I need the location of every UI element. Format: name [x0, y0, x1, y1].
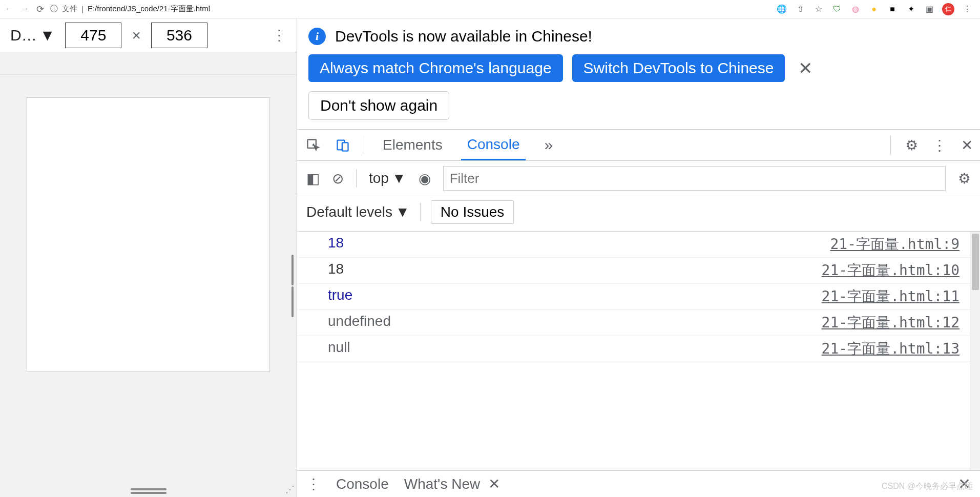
chevron-down-icon: ▼	[40, 27, 55, 44]
square-ext-icon[interactable]: ■	[887, 4, 898, 15]
drawer-tabs: ⋮ Console What's New ✕ ✕	[297, 470, 980, 497]
device-more-icon[interactable]: ⋮	[272, 27, 286, 44]
watermark: CSDN @今晚务必早点睡	[882, 481, 973, 492]
globe-ext-icon[interactable]: ●	[868, 4, 880, 15]
console-toolbar: ◧ ⊘ top ▼ ◉ ⚙	[297, 161, 980, 196]
log-row[interactable]: 1821-字面量.html:9	[297, 232, 980, 258]
log-source-link[interactable]: 21-字面量.html:12	[822, 313, 960, 333]
ruler-strip	[0, 52, 297, 75]
console-log-list: 1821-字面量.html:91821-字面量.html:10true21-字面…	[297, 232, 980, 470]
log-value: 18	[328, 235, 344, 254]
separator	[364, 136, 364, 154]
log-source-link[interactable]: 21-字面量.html:13	[822, 339, 960, 359]
close-icon[interactable]: ✕	[798, 58, 812, 78]
log-row[interactable]: true21-字面量.html:11	[297, 284, 980, 310]
log-source-link[interactable]: 21-字面量.html:10	[822, 261, 960, 280]
infobar-message: DevTools is now available in Chinese!	[335, 28, 592, 45]
browser-toolbar: ← → ⟳ ⓘ 文件 | E:/frontend/JS_code/21-字面量.…	[0, 0, 980, 18]
separator	[890, 136, 891, 154]
info-icon: ⓘ	[50, 4, 58, 14]
back-icon[interactable]: ←	[4, 4, 14, 14]
drawer-tab-console[interactable]: Console	[336, 476, 389, 492]
log-row[interactable]: null21-字面量.html:13	[297, 336, 980, 362]
translate-icon[interactable]: 🌐	[776, 4, 787, 15]
chevron-down-icon: ▼	[392, 170, 406, 187]
console-settings-icon[interactable]: ⚙	[958, 170, 971, 187]
emulated-page[interactable]	[27, 97, 270, 372]
close-devtools-icon[interactable]: ✕	[961, 137, 973, 154]
log-row[interactable]: undefined21-字面量.html:12	[297, 310, 980, 336]
device-pane: D… ▼ × ⋮ ⋰	[0, 18, 297, 497]
bookmark-icon[interactable]: ☆	[813, 4, 824, 15]
device-toggle-icon[interactable]	[334, 136, 351, 154]
scrollbar-thumb[interactable]	[972, 234, 979, 290]
issues-button[interactable]: No Issues	[431, 200, 514, 224]
scrollbar-track[interactable]	[970, 232, 980, 470]
levels-label: Default levels	[306, 204, 392, 220]
context-label: top	[369, 170, 389, 187]
close-tab-icon[interactable]: ✕	[488, 476, 500, 492]
log-value: undefined	[328, 313, 391, 333]
filter-input[interactable]	[443, 166, 946, 191]
separator	[420, 203, 421, 221]
eye-icon[interactable]: ◉	[419, 170, 431, 187]
info-icon: i	[308, 28, 326, 45]
log-value: true	[328, 287, 352, 306]
extensions-row: 🌐 ⇧ ☆ 🛡 ◍ ● ■ ✦ ▣ 仁 ⋮	[776, 3, 976, 15]
width-input[interactable]	[65, 23, 121, 48]
device-select[interactable]: D… ▼	[10, 27, 55, 44]
log-source-link[interactable]: 21-字面量.html:11	[822, 287, 960, 306]
panel-icon[interactable]: ▣	[924, 4, 935, 15]
main-split: D… ▼ × ⋮ ⋰ i DevTools is now available i…	[0, 18, 980, 497]
resize-handle-vertical[interactable]	[291, 255, 294, 317]
devtools-pane: i DevTools is now available in Chinese! …	[297, 18, 980, 497]
context-select[interactable]: top ▼	[369, 170, 406, 187]
profile-avatar[interactable]: 仁	[942, 3, 954, 15]
log-row[interactable]: 1821-字面量.html:10	[297, 258, 980, 284]
chrome-menu-icon[interactable]: ⋮	[962, 4, 973, 15]
tab-console[interactable]: Console	[461, 130, 526, 160]
separator	[356, 169, 357, 188]
viewport-area: ⋰	[0, 75, 297, 497]
puzzle-icon[interactable]: ✦	[905, 4, 916, 15]
drawer-menu-icon[interactable]: ⋮	[306, 475, 321, 492]
reload-icon[interactable]: ⟳	[35, 4, 45, 14]
clear-console-icon[interactable]: ⊘	[332, 170, 344, 187]
kebab-icon[interactable]: ⋮	[932, 137, 947, 154]
switch-language-button[interactable]: Switch DevTools to Chinese	[572, 54, 785, 82]
sidebar-toggle-icon[interactable]: ◧	[306, 170, 320, 187]
url-text: E:/frontend/JS_code/21-字面量.html	[88, 4, 210, 14]
dimension-x: ×	[132, 27, 141, 44]
match-language-button[interactable]: Always match Chrome's language	[308, 54, 563, 82]
gear-icon[interactable]: ⚙	[905, 137, 918, 154]
device-label: D…	[10, 27, 37, 44]
svg-rect-2	[342, 142, 348, 151]
addr-sep: |	[81, 5, 84, 13]
cat-ext-icon[interactable]: ◍	[850, 4, 861, 15]
resize-handle-horizontal[interactable]	[131, 488, 166, 494]
inspect-icon[interactable]	[304, 136, 322, 154]
console-toolbar-2: Default levels ▼ No Issues	[297, 196, 980, 232]
tab-more-icon[interactable]: »	[538, 130, 559, 160]
resize-handle-corner[interactable]: ⋰	[285, 484, 295, 495]
log-levels-select[interactable]: Default levels ▼	[306, 204, 410, 220]
drawer-tab-whatsnew[interactable]: What's New ✕	[404, 475, 500, 492]
shield-icon[interactable]: 🛡	[831, 4, 843, 15]
address-bar[interactable]: ⓘ 文件 | E:/frontend/JS_code/21-字面量.html	[50, 4, 771, 14]
devtools-tabs: Elements Console » ⚙ ⋮ ✕	[297, 129, 980, 161]
log-value: 18	[328, 261, 344, 280]
tab-elements[interactable]: Elements	[377, 130, 449, 160]
share-icon[interactable]: ⇧	[795, 4, 806, 15]
chevron-down-icon: ▼	[395, 204, 410, 220]
dont-show-button[interactable]: Don't show again	[308, 91, 449, 120]
log-value: null	[328, 339, 350, 359]
language-infobar: i DevTools is now available in Chinese! …	[297, 18, 980, 129]
log-source-link[interactable]: 21-字面量.html:9	[830, 235, 960, 254]
forward-icon[interactable]: →	[19, 4, 30, 14]
file-label: 文件	[62, 4, 77, 14]
device-toolbar: D… ▼ × ⋮	[0, 18, 297, 52]
height-input[interactable]	[151, 23, 207, 48]
